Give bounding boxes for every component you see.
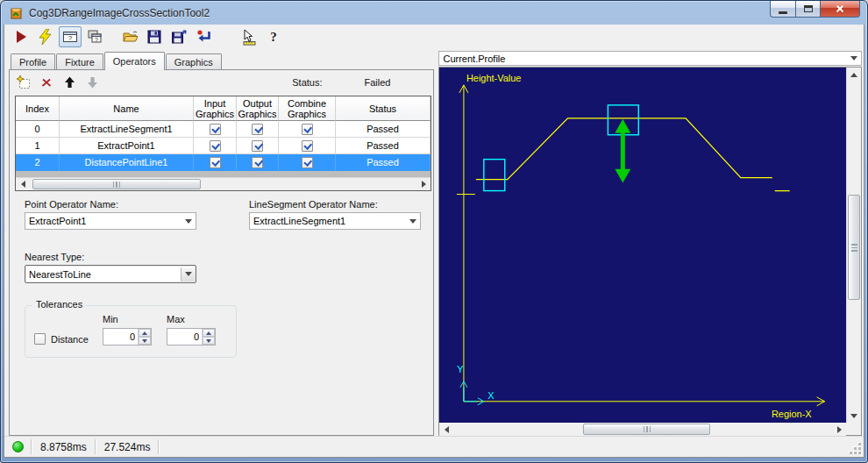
max-input[interactable] [167,329,202,345]
distance-arrow-head-top[interactable] [615,119,631,133]
cell-checkbox[interactable] [279,138,336,154]
cell-checkbox[interactable] [237,154,279,171]
float-pane-button[interactable]: ? [83,26,106,47]
nearest-type-label: Nearest Type: [25,252,84,262]
graphics-checkbox[interactable] [210,140,221,152]
save-as-button[interactable] [167,26,190,47]
move-down-button[interactable] [83,74,101,91]
cell-checkbox[interactable] [194,138,237,154]
column-header[interactable]: Combine Graphics [279,96,336,121]
arrow-right-icon [837,426,842,433]
cell-index[interactable]: 1 [16,138,60,154]
cell-checkbox[interactable] [279,121,336,138]
tab-profile[interactable]: Profile [11,53,55,69]
selection-box[interactable] [484,160,505,191]
graphics-checkbox[interactable] [302,140,313,152]
tab-operators[interactable]: Operators [104,52,165,70]
max-label: Max [167,314,185,324]
run-icon [13,29,29,45]
min-spinner[interactable] [103,328,152,345]
grid-scroll-thumb[interactable] [32,179,201,189]
profile-canvas[interactable]: Height-ValueRegion-XYX [439,68,846,423]
table-row[interactable]: 2DistancePointLine1Passed [16,154,430,171]
resize-grip[interactable] [850,443,861,454]
save-as-icon [171,29,188,45]
graphics-checkbox[interactable] [210,124,221,135]
distance-checkbox[interactable] [34,333,46,345]
column-header[interactable]: Input Graphics [194,96,237,121]
distance-arrow-head-bottom[interactable] [615,169,631,183]
tab-fixture[interactable]: Fixture [56,53,103,69]
display-horizontal-scrollbar[interactable] [439,423,846,436]
cell-name[interactable]: ExtractPoint1 [60,138,194,154]
reset-button[interactable] [192,26,215,47]
cell-status[interactable]: Passed [336,154,430,171]
tab-graphics[interactable]: Graphics [166,53,222,69]
grid-horizontal-scrollbar[interactable] [16,177,430,190]
column-header[interactable]: Name [60,96,194,121]
cell-name[interactable]: ExtractLineSegment1 [60,121,194,138]
cell-checkbox[interactable] [237,138,279,154]
scroll-left-button[interactable] [439,423,453,436]
spin-down-button[interactable] [203,337,215,345]
display-vscroll-thumb[interactable] [848,195,860,300]
spin-up-button[interactable] [203,329,215,337]
scroll-right-button[interactable] [832,423,846,436]
cell-index[interactable]: 2 [16,154,60,171]
minimize-button[interactable] [770,1,796,18]
save-button[interactable] [143,26,166,47]
graphics-checkbox[interactable] [302,157,313,168]
open-button[interactable] [118,26,141,47]
scroll-right-button[interactable] [416,178,430,190]
svg-text:?: ? [68,34,73,42]
record-selector-combobox[interactable]: Current.Profile [438,51,862,66]
graphics-checkbox[interactable] [302,124,313,135]
scroll-left-button[interactable] [16,178,30,190]
cell-checkbox[interactable] [279,154,336,171]
cell-index[interactable]: 0 [16,121,60,138]
max-spinner[interactable] [167,328,216,345]
close-button[interactable] [821,1,860,18]
graphics-checkbox[interactable] [252,124,263,135]
table-row[interactable]: 0ExtractLineSegment1Passed [16,121,430,138]
maximize-button[interactable] [796,1,821,18]
linesegment-operator-combobox[interactable]: ExtractLineSegment1 [249,212,421,230]
display-hscroll-thumb[interactable] [583,424,710,435]
cell-checkbox[interactable] [237,121,279,138]
point-operator-combobox[interactable]: ExtractPoint1 [25,212,196,230]
cell-checkbox[interactable] [194,154,237,171]
chevron-down-icon [850,56,857,61]
pointer-tracking-button[interactable] [238,26,260,47]
pointer-ruler-icon [241,29,258,46]
title-bar[interactable]: Cog3DRangeImageCrossSectionTool2 [4,1,864,25]
move-up-button[interactable] [60,74,78,91]
scroll-down-button[interactable] [847,409,861,423]
spin-up-icon [142,331,147,335]
display-vertical-scrollbar[interactable] [846,68,861,423]
help-button[interactable]: ? [262,26,285,47]
cell-status[interactable]: Passed [336,121,430,138]
column-header[interactable]: Status [336,96,430,121]
cell-checkbox[interactable] [194,121,237,138]
min-input[interactable] [103,329,138,345]
spin-down-button[interactable] [139,337,151,345]
electric-run-button[interactable] [34,26,57,47]
spin-up-button[interactable] [139,329,151,337]
table-row[interactable]: 1ExtractPoint1Passed [16,138,430,154]
min-label: Min [103,314,118,324]
reset-icon [196,29,212,45]
cell-name[interactable]: DistancePointLine1 [60,154,194,171]
show-image-pane-button[interactable]: ? [59,26,82,47]
column-header[interactable]: Index [16,96,60,121]
graphics-checkbox[interactable] [252,140,263,152]
scroll-up-button[interactable] [847,68,861,82]
nearest-type-combobox[interactable]: NearestToLine [25,265,196,283]
delete-operator-button[interactable] [38,74,55,91]
cell-status[interactable]: Passed [336,138,430,154]
run-button[interactable] [10,26,32,47]
graphics-checkbox[interactable] [210,157,221,168]
add-operator-button[interactable] [15,74,32,91]
graphics-checkbox[interactable] [252,157,263,168]
total-time: 27.524ms [96,441,159,453]
column-header[interactable]: Output Graphics [237,96,279,121]
